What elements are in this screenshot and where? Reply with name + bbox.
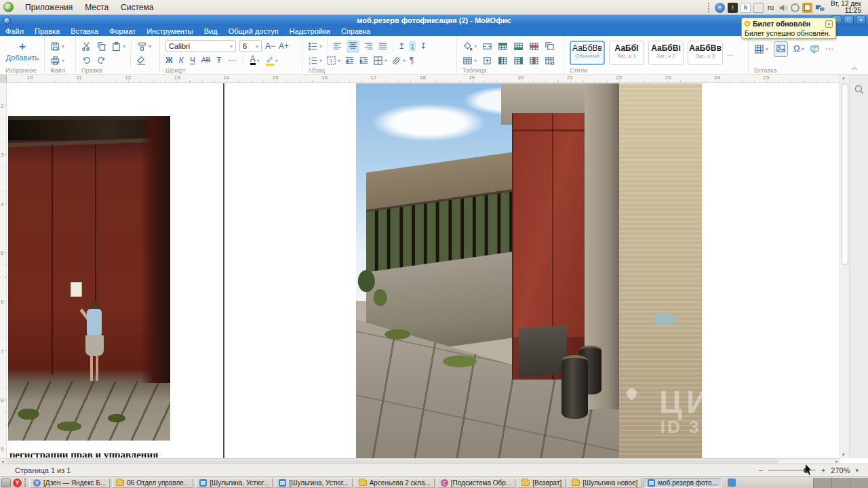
search-icon[interactable] — [854, 84, 865, 95]
autofit-button[interactable] — [482, 56, 492, 66]
comment-icon[interactable] — [810, 44, 820, 54]
menu-help[interactable]: Справка — [336, 27, 376, 35]
insert-symbol-button[interactable]: Ω ▾ — [793, 44, 804, 54]
valign-middle-button[interactable]: ↨ — [409, 41, 416, 52]
task-folder-06[interactable]: 06 Отдел управле... — [112, 478, 193, 488]
font-size-select[interactable]: 6 ▾ — [239, 40, 262, 52]
align-center-button[interactable] — [347, 40, 359, 53]
close-button[interactable]: × — [856, 16, 866, 24]
strikethrough-ab-button[interactable]: АВ — [201, 56, 210, 65]
borders-button[interactable]: ▾ — [373, 56, 387, 66]
format-painter-button[interactable]: ▾ — [137, 41, 151, 52]
highlight-color-button[interactable]: ▾ — [266, 55, 278, 66]
merge-cells-button[interactable] — [482, 41, 492, 52]
align-right-button[interactable] — [363, 41, 374, 52]
style-heading-1[interactable]: АаБбІ Заг...к 1 — [609, 41, 644, 65]
menu-view[interactable]: Вид — [199, 27, 223, 35]
copy-table-button[interactable] — [545, 41, 555, 52]
collapse-toolbar-button[interactable] — [850, 65, 859, 72]
shading-button[interactable]: ▾ — [391, 56, 406, 66]
table-grid-button[interactable]: ▾ — [462, 56, 477, 66]
document-caption[interactable]: регистрации прав и управления — [9, 449, 226, 458]
maximize-button[interactable]: □ — [844, 16, 854, 24]
photo-right[interactable]: ЦИ ID 32 — [356, 83, 702, 458]
delete-row-button[interactable] — [529, 41, 539, 52]
print-button[interactable]: ▾ — [50, 56, 64, 66]
menu-tools[interactable]: Инструменты — [141, 27, 199, 35]
alert-icon[interactable]: ! — [728, 3, 738, 13]
paste-button[interactable]: ▾ — [111, 41, 125, 52]
vertical-scrollbar[interactable]: ▴ ▾ — [840, 75, 849, 458]
workspace-cell[interactable] — [813, 478, 831, 488]
copy-icon[interactable] — [96, 41, 106, 52]
keyboard-layout-indicator[interactable]: ru — [766, 3, 775, 13]
insert-row-above-button[interactable] — [498, 41, 508, 52]
valign-bottom-button[interactable]: ↧ — [420, 41, 427, 51]
menu-insert[interactable]: Вставка — [65, 27, 104, 35]
font-name-select[interactable]: Calibri ▾ — [165, 40, 236, 52]
styles-more-button[interactable]: ... — [727, 49, 733, 57]
task-dzen[interactable]: Y[Дзен — Яндекс Б... — [29, 478, 110, 488]
insert-column-right-button[interactable] — [513, 56, 524, 66]
k-app-icon[interactable]: k — [741, 3, 751, 13]
cell-fill-button[interactable]: ▾ — [462, 41, 477, 52]
network-icon[interactable] — [815, 3, 825, 13]
photo-left[interactable] — [8, 116, 170, 441]
show-desktop-button[interactable] — [1, 479, 11, 487]
font-size-decrease-button[interactable]: A− — [265, 41, 275, 51]
save-button[interactable]: ▾ — [50, 41, 64, 52]
document-canvas[interactable]: ЦИ ID 32 регистрации прав и управления — [0, 83, 840, 458]
menu-file[interactable]: Файл — [0, 27, 29, 35]
redo-icon[interactable] — [96, 56, 106, 66]
menu-edit[interactable]: Правка — [29, 27, 65, 35]
h-ruler-numbers[interactable]: 10111213141516171819202122232425 — [0, 75, 868, 83]
font-more-button[interactable]: ⋯ — [228, 56, 236, 65]
zoom-dropdown-icon[interactable]: ▾ — [855, 467, 859, 474]
style-heading-2[interactable]: АаБбВі Заг...к 2 — [648, 41, 684, 65]
insert-image-button[interactable] — [774, 41, 788, 57]
cut-icon[interactable] — [81, 41, 92, 52]
bullet-list-button[interactable]: ▾ — [308, 41, 322, 52]
notification-close-button[interactable]: × — [825, 20, 833, 28]
task-active-document[interactable]: моб.резерв фото... — [644, 478, 721, 488]
window-titlebar[interactable]: моб.резерв фотофиксация (2) - МойОфис – … — [0, 15, 868, 26]
delete-table-button[interactable] — [545, 56, 555, 66]
line-spacing-button[interactable]: 1 ▾ — [326, 56, 340, 66]
task-folder-arsenyeva[interactable]: Арсеньева 2 скла... — [355, 478, 435, 488]
numbered-list-button[interactable]: 12 ▾ — [308, 56, 322, 66]
minimized-window-icon[interactable] — [728, 479, 736, 487]
menu-format[interactable]: Формат — [104, 27, 141, 35]
favorites-add-button[interactable]: + Добавить — [0, 40, 45, 66]
decrease-indent-button[interactable] — [344, 56, 355, 66]
undo-icon[interactable] — [81, 56, 92, 66]
horizontal-scrollbar[interactable]: ◂ ▸ — [0, 458, 840, 464]
italic-button[interactable]: К — [179, 56, 184, 65]
insert-table-button[interactable]: ▾ — [754, 44, 768, 54]
formatting-marks-button[interactable]: ¶ — [410, 56, 414, 65]
increase-indent-button[interactable] — [359, 56, 369, 66]
bold-button[interactable]: Ж — [165, 56, 173, 65]
eraser-icon[interactable] — [136, 56, 146, 66]
insert-column-left-button[interactable] — [498, 56, 508, 66]
emblem-icon[interactable]: ✦ — [715, 3, 725, 13]
clipboard-icon[interactable] — [802, 3, 812, 13]
insert-row-below-button[interactable] — [513, 41, 524, 52]
workspace-switcher[interactable] — [813, 478, 868, 488]
style-heading-3[interactable]: АаБбВв Заг...к 3 — [688, 41, 723, 65]
pages-icon[interactable] — [753, 3, 764, 13]
font-color-button[interactable]: А ▾ — [250, 56, 260, 65]
align-justify-button[interactable] — [378, 41, 388, 52]
volume-icon[interactable] — [778, 3, 788, 13]
scroll-up-icon[interactable]: ▴ — [842, 75, 845, 81]
v-scroll-thumb[interactable] — [842, 83, 848, 265]
task-doc-1[interactable]: [Шульгина, Устюг... — [195, 478, 273, 488]
valign-top-button[interactable]: ↥ — [398, 41, 405, 51]
menu-system[interactable]: Система — [115, 3, 159, 12]
font-size-increase-button[interactable]: A+ — [279, 41, 289, 51]
zoom-out-button[interactable]: − — [758, 466, 762, 474]
task-folder-vozvrat[interactable]: [Возврат] — [517, 478, 566, 488]
status-icon[interactable] — [791, 3, 800, 12]
insert-more-button[interactable]: ⋯ — [825, 44, 833, 54]
scroll-down-icon[interactable]: ▾ — [842, 452, 845, 458]
clock[interactable]: Вт, 12 дек 11:25 — [828, 1, 865, 14]
